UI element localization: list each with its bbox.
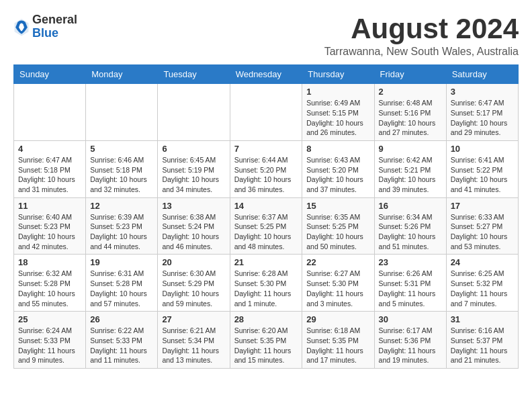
calendar-cell: 5Sunrise: 6:46 AM Sunset: 5:18 PM Daylig… [86,140,158,197]
calendar-cell [86,84,158,141]
weekday-header-monday: Monday [86,65,158,84]
day-number: 21 [234,257,298,267]
day-number: 12 [90,201,153,211]
calendar-cell: 10Sunrise: 6:41 AM Sunset: 5:22 PM Dayli… [446,140,518,197]
day-number: 28 [234,314,298,324]
calendar-week-3: 11Sunrise: 6:40 AM Sunset: 5:23 PM Dayli… [14,197,519,255]
day-number: 27 [162,314,225,324]
calendar-week-5: 25Sunrise: 6:24 AM Sunset: 5:33 PM Dayli… [14,312,519,369]
calendar-cell: 17Sunrise: 6:33 AM Sunset: 5:27 PM Dayli… [446,197,518,255]
day-info: Sunrise: 6:18 AM Sunset: 5:35 PM Dayligh… [306,326,369,365]
weekday-header-thursday: Thursday [302,65,374,84]
day-number: 31 [451,314,514,324]
calendar-cell: 24Sunrise: 6:25 AM Sunset: 5:32 PM Dayli… [446,255,518,312]
calendar-cell: 30Sunrise: 6:17 AM Sunset: 5:36 PM Dayli… [374,312,446,369]
calendar-cell: 12Sunrise: 6:39 AM Sunset: 5:23 PM Dayli… [86,197,158,255]
calendar-body: 1Sunrise: 6:49 AM Sunset: 5:15 PM Daylig… [14,84,519,369]
day-info: Sunrise: 6:41 AM Sunset: 5:22 PM Dayligh… [451,155,514,195]
subtitle: Tarrawanna, New South Wales, Australia [324,46,519,58]
day-info: Sunrise: 6:22 AM Sunset: 5:33 PM Dayligh… [90,326,153,365]
calendar-table: SundayMondayTuesdayWednesdayThursdayFrid… [13,64,519,369]
logo-icon [13,17,30,36]
day-number: 26 [90,314,153,324]
weekday-header-saturday: Saturday [446,65,518,84]
calendar-cell: 4Sunrise: 6:47 AM Sunset: 5:18 PM Daylig… [14,140,86,197]
calendar-cell: 16Sunrise: 6:34 AM Sunset: 5:26 PM Dayli… [374,197,446,255]
calendar-cell: 20Sunrise: 6:30 AM Sunset: 5:29 PM Dayli… [158,255,230,312]
day-info: Sunrise: 6:37 AM Sunset: 5:25 PM Dayligh… [234,212,298,252]
calendar-cell: 8Sunrise: 6:43 AM Sunset: 5:20 PM Daylig… [302,140,374,197]
day-number: 17 [451,201,514,211]
logo-general-text: General [32,13,77,26]
day-number: 4 [18,144,81,154]
day-info: Sunrise: 6:40 AM Sunset: 5:23 PM Dayligh… [18,212,81,252]
day-number: 5 [90,144,153,154]
day-number: 1 [306,87,369,97]
calendar-week-4: 18Sunrise: 6:32 AM Sunset: 5:28 PM Dayli… [14,255,519,312]
page-header: General Blue August 2024 Tarrawanna, New… [13,13,519,58]
day-info: Sunrise: 6:24 AM Sunset: 5:33 PM Dayligh… [18,326,81,365]
calendar-cell [158,84,230,141]
day-number: 2 [379,87,442,97]
calendar-cell: 25Sunrise: 6:24 AM Sunset: 5:33 PM Dayli… [14,312,86,369]
day-info: Sunrise: 6:30 AM Sunset: 5:29 PM Dayligh… [162,269,225,308]
day-info: Sunrise: 6:48 AM Sunset: 5:16 PM Dayligh… [379,98,442,138]
day-number: 10 [451,144,514,154]
day-number: 22 [306,257,369,267]
logo: General Blue [13,13,77,40]
day-info: Sunrise: 6:39 AM Sunset: 5:23 PM Dayligh… [90,212,153,252]
calendar-cell: 7Sunrise: 6:44 AM Sunset: 5:20 PM Daylig… [230,140,302,197]
day-info: Sunrise: 6:16 AM Sunset: 5:37 PM Dayligh… [451,326,514,365]
day-info: Sunrise: 6:27 AM Sunset: 5:30 PM Dayligh… [306,269,369,308]
calendar-cell: 6Sunrise: 6:45 AM Sunset: 5:19 PM Daylig… [158,140,230,197]
day-info: Sunrise: 6:33 AM Sunset: 5:27 PM Dayligh… [451,212,514,252]
day-number: 11 [18,201,81,211]
day-number: 23 [379,257,442,267]
calendar-cell: 3Sunrise: 6:47 AM Sunset: 5:17 PM Daylig… [446,84,518,141]
day-info: Sunrise: 6:49 AM Sunset: 5:15 PM Dayligh… [306,98,369,138]
calendar-cell: 31Sunrise: 6:16 AM Sunset: 5:37 PM Dayli… [446,312,518,369]
day-info: Sunrise: 6:45 AM Sunset: 5:19 PM Dayligh… [162,155,225,195]
day-number: 8 [306,144,369,154]
day-info: Sunrise: 6:34 AM Sunset: 5:26 PM Dayligh… [379,212,442,252]
day-info: Sunrise: 6:32 AM Sunset: 5:28 PM Dayligh… [18,269,81,308]
day-info: Sunrise: 6:25 AM Sunset: 5:32 PM Dayligh… [451,269,514,308]
day-number: 20 [162,257,225,267]
calendar-cell: 11Sunrise: 6:40 AM Sunset: 5:23 PM Dayli… [14,197,86,255]
day-number: 13 [162,201,225,211]
weekday-header-wednesday: Wednesday [230,65,302,84]
day-info: Sunrise: 6:47 AM Sunset: 5:18 PM Dayligh… [18,155,81,195]
day-number: 19 [90,257,153,267]
logo-text: General Blue [32,13,77,40]
day-info: Sunrise: 6:44 AM Sunset: 5:20 PM Dayligh… [234,155,298,195]
calendar-cell: 26Sunrise: 6:22 AM Sunset: 5:33 PM Dayli… [86,312,158,369]
weekday-header-friday: Friday [374,65,446,84]
day-number: 18 [18,257,81,267]
calendar-cell [14,84,86,141]
day-number: 24 [451,257,514,267]
day-info: Sunrise: 6:42 AM Sunset: 5:21 PM Dayligh… [379,155,442,195]
weekday-header-sunday: Sunday [14,65,86,84]
day-info: Sunrise: 6:21 AM Sunset: 5:34 PM Dayligh… [162,326,225,365]
logo-blue-text: Blue [32,26,58,40]
calendar-cell: 27Sunrise: 6:21 AM Sunset: 5:34 PM Dayli… [158,312,230,369]
calendar-cell [230,84,302,141]
day-number: 7 [234,144,298,154]
calendar-cell: 19Sunrise: 6:31 AM Sunset: 5:28 PM Dayli… [86,255,158,312]
calendar-cell: 23Sunrise: 6:26 AM Sunset: 5:31 PM Dayli… [374,255,446,312]
day-info: Sunrise: 6:26 AM Sunset: 5:31 PM Dayligh… [379,269,442,308]
calendar-header: SundayMondayTuesdayWednesdayThursdayFrid… [14,65,519,84]
day-info: Sunrise: 6:20 AM Sunset: 5:35 PM Dayligh… [234,326,298,365]
calendar-cell: 9Sunrise: 6:42 AM Sunset: 5:21 PM Daylig… [374,140,446,197]
day-info: Sunrise: 6:46 AM Sunset: 5:18 PM Dayligh… [90,155,153,195]
day-number: 3 [451,87,514,97]
day-number: 29 [306,314,369,324]
calendar-cell: 13Sunrise: 6:38 AM Sunset: 5:24 PM Dayli… [158,197,230,255]
day-info: Sunrise: 6:17 AM Sunset: 5:36 PM Dayligh… [379,326,442,365]
calendar-cell: 22Sunrise: 6:27 AM Sunset: 5:30 PM Dayli… [302,255,374,312]
main-title: August 2024 [324,13,519,44]
calendar-week-1: 1Sunrise: 6:49 AM Sunset: 5:15 PM Daylig… [14,84,519,141]
calendar-cell: 29Sunrise: 6:18 AM Sunset: 5:35 PM Dayli… [302,312,374,369]
weekday-header-tuesday: Tuesday [158,65,230,84]
calendar-cell: 21Sunrise: 6:28 AM Sunset: 5:30 PM Dayli… [230,255,302,312]
